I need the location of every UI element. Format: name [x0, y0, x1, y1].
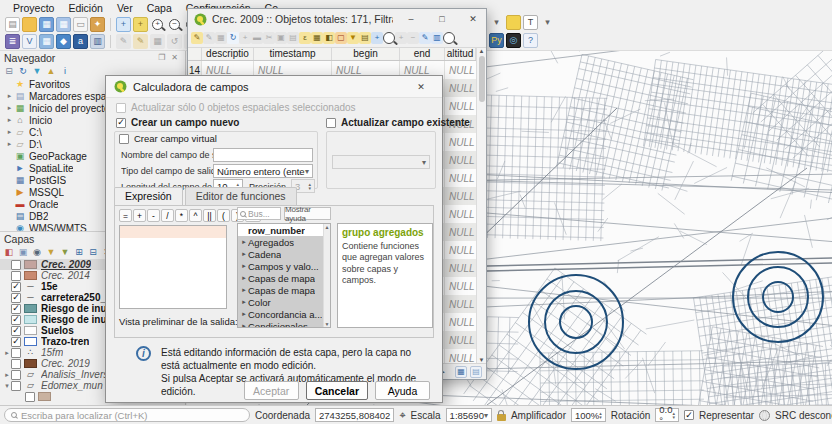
- label-icon[interactable]: [506, 15, 521, 30]
- operator-button[interactable]: (: [217, 209, 230, 222]
- update-selected-checkbox[interactable]: [116, 103, 126, 113]
- layer-visibility-checkbox[interactable]: [11, 359, 21, 369]
- operator-button[interactable]: =: [119, 209, 132, 222]
- expand-arrow-icon[interactable]: ▾: [3, 382, 11, 390]
- save-project-as-icon[interactable]: ▦: [56, 17, 71, 32]
- expand-all-icon[interactable]: ⊞: [73, 246, 85, 258]
- python-console-icon[interactable]: Py: [489, 33, 504, 48]
- virtual-field-checkbox[interactable]: [119, 134, 129, 144]
- coordinate-input[interactable]: 2743255,808402: [315, 408, 394, 422]
- current-edits-icon[interactable]: ✎: [116, 34, 131, 49]
- crs-status-label[interactable]: SRC desconocido: [775, 410, 832, 421]
- delete-selected-icon[interactable]: ▬: [251, 32, 263, 44]
- multiedit-icon[interactable]: ✎: [203, 32, 215, 44]
- column-header[interactable]: timestamp: [254, 48, 332, 60]
- add-group-icon[interactable]: ▣: [17, 246, 29, 258]
- refresh-icon[interactable]: ↻: [17, 65, 29, 77]
- scrollbar-thumb[interactable]: [479, 56, 485, 102]
- menu-item[interactable]: Capa: [140, 1, 179, 15]
- table-view-icon[interactable]: ▦: [455, 366, 467, 378]
- layer-visibility-checkbox[interactable]: [25, 392, 35, 402]
- expand-arrow-icon[interactable]: ▸: [3, 371, 11, 379]
- rotation-stepper[interactable]: 0.0 °: [655, 408, 679, 422]
- deselect-all-icon[interactable]: ▢: [335, 32, 347, 44]
- operator-button[interactable]: /: [161, 209, 174, 222]
- invert-selection-icon[interactable]: ◧: [323, 32, 335, 44]
- filter-legend-icon[interactable]: ▼: [45, 246, 57, 258]
- function-group-item[interactable]: ▸ Campos y valo...: [238, 260, 323, 272]
- add-database-layer-icon[interactable]: ▥: [90, 34, 105, 49]
- function-group-item[interactable]: ▸ Concordancia a...: [238, 308, 323, 320]
- magnifier-stepper[interactable]: 100%: [571, 408, 606, 422]
- zoom-out-icon[interactable]: −: [169, 19, 180, 30]
- zoom-to-selection-icon[interactable]: [383, 32, 395, 44]
- render-checkbox[interactable]: ✓: [684, 410, 694, 420]
- select-all-icon[interactable]: ▦: [311, 32, 323, 44]
- add-mesh-layer-icon[interactable]: ◆: [56, 34, 71, 49]
- layer-visibility-checkbox[interactable]: ✓: [11, 304, 21, 314]
- attribute-window-titlebar[interactable]: Crec. 2009 :: Objetos totales: 171, Filt…: [188, 9, 486, 29]
- column-header[interactable]: altitud: [445, 48, 476, 60]
- operator-button[interactable]: +: [133, 209, 146, 222]
- save-edits-icon[interactable]: ▦: [150, 34, 165, 49]
- chevron-down-icon[interactable]: ▾: [489, 15, 504, 30]
- processing-icon[interactable]: ◎: [506, 33, 521, 48]
- reload-table-icon[interactable]: ↻: [227, 32, 239, 44]
- select-by-expression-icon[interactable]: ε: [299, 32, 311, 44]
- crs-globe-icon[interactable]: [759, 410, 770, 421]
- cut-icon[interactable]: ✂: [263, 32, 275, 44]
- expand-arrow-icon[interactable]: ▸: [5, 128, 14, 136]
- function-list-scrollbar[interactable]: ▲▼: [323, 224, 330, 327]
- function-group-item[interactable]: ▸ Color: [238, 296, 323, 308]
- layer-visibility-checkbox[interactable]: [11, 271, 21, 281]
- zoom-in-icon[interactable]: +: [152, 19, 163, 30]
- new-print-layout-icon[interactable]: ▭: [73, 17, 88, 32]
- mouse-position-icon[interactable]: ⌖: [399, 409, 405, 422]
- properties-icon[interactable]: i: [59, 65, 71, 77]
- chevron-down-icon[interactable]: ▾: [540, 15, 555, 30]
- create-new-field-checkbox[interactable]: ✓: [116, 118, 126, 128]
- layer-visibility-checkbox[interactable]: [11, 381, 21, 391]
- expand-arrow-icon[interactable]: ▸: [5, 92, 14, 100]
- function-group-item[interactable]: ▸ Capas de mapa: [238, 272, 323, 284]
- expression-editor[interactable]: [119, 225, 227, 309]
- function-list[interactable]: row_number ▸ Agregados ▸ Cadena: [237, 223, 331, 328]
- operator-button[interactable]: -: [147, 209, 160, 222]
- function-group-item[interactable]: row_number: [238, 224, 323, 236]
- function-group-item[interactable]: ▸ Capas de mapa: [238, 284, 323, 296]
- function-search-input[interactable]: Bus...: [237, 207, 281, 220]
- add-vector-layer-icon[interactable]: V: [22, 34, 37, 49]
- minimize-icon[interactable]: –: [398, 9, 424, 29]
- add-favorite-icon[interactable]: ▲: [45, 65, 57, 77]
- expand-arrow-icon[interactable]: ▸: [5, 104, 14, 112]
- column-header[interactable]: descriptio: [202, 48, 254, 60]
- layer-visibility-checkbox[interactable]: [11, 370, 21, 380]
- collapse-all-icon[interactable]: ⊟: [87, 246, 99, 258]
- toggle-editing-icon[interactable]: ✎: [191, 32, 203, 44]
- toggle-editing-icon[interactable]: ✎: [133, 34, 148, 49]
- filter-expression-icon[interactable]: ▼: [59, 246, 71, 258]
- accept-button[interactable]: Aceptar: [244, 381, 299, 400]
- operator-button[interactable]: ^: [189, 209, 202, 222]
- conditional-formatting-icon[interactable]: ✎: [419, 32, 431, 44]
- pan-to-selection-icon[interactable]: +: [133, 17, 148, 32]
- delete-field-icon[interactable]: −: [407, 32, 419, 44]
- expand-arrow-icon[interactable]: ▸: [3, 349, 11, 357]
- close-icon[interactable]: ✕: [408, 77, 434, 97]
- expand-arrow-icon[interactable]: ▸: [5, 140, 14, 148]
- add-feature-icon[interactable]: +: [239, 32, 251, 44]
- paste-icon[interactable]: ▤: [287, 32, 299, 44]
- expand-arrow-icon[interactable]: ▸: [5, 116, 14, 124]
- filter-browser-icon[interactable]: ▼: [31, 65, 43, 77]
- dialog-titlebar[interactable]: Calculadora de campos ✕: [106, 76, 442, 98]
- output-type-select[interactable]: Número entero (entero): [213, 164, 313, 178]
- layer-visibility-checkbox[interactable]: [11, 348, 21, 358]
- layer-visibility-checkbox[interactable]: ✓: [11, 315, 21, 325]
- existing-field-select[interactable]: [332, 155, 430, 169]
- dock-table-icon[interactable]: ▥: [431, 32, 443, 44]
- tab-expression[interactable]: Expresión: [114, 187, 183, 206]
- close-icon[interactable]: ✕: [168, 53, 181, 62]
- function-group-item[interactable]: ▸ Condicionales: [238, 320, 323, 328]
- form-view-icon[interactable]: ▤: [470, 366, 482, 378]
- pan-map-icon[interactable]: +: [116, 17, 131, 32]
